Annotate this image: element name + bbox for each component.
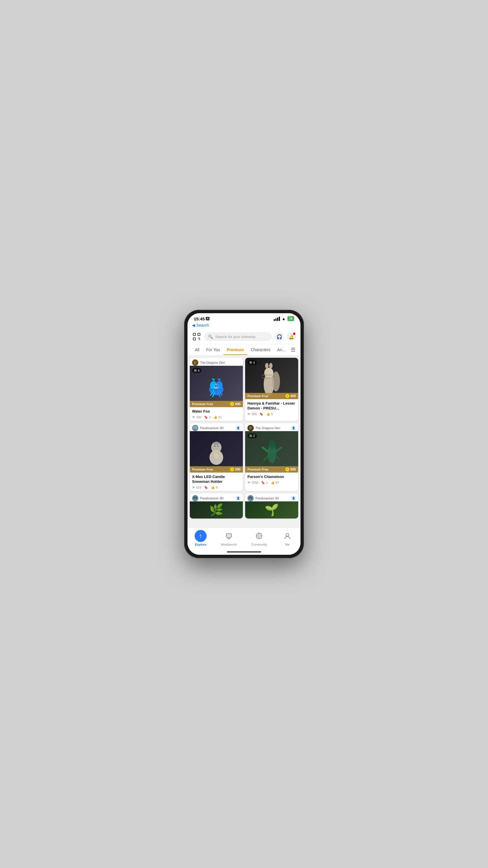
- card-stats-3: 👁 519 🔖 👍 8: [192, 486, 240, 489]
- svg-point-39: [270, 443, 271, 444]
- likes-stat-3: 👍 8: [211, 486, 218, 489]
- card-body-1: Water Fox 👁 730 🔖 2 👍: [190, 407, 243, 421]
- tab-for-you[interactable]: For You: [203, 345, 223, 355]
- card-stats-1: 👁 730 🔖 2 👍 21: [192, 415, 240, 419]
- card-image-bottom-right: 🌱: [245, 501, 298, 519]
- svg-point-20: [265, 363, 268, 369]
- creator-avatar-4: 🐉: [248, 425, 254, 431]
- svg-point-21: [269, 363, 272, 369]
- comment-icon-2: 🔖: [259, 412, 263, 416]
- wifi-icon: ▲: [282, 316, 286, 321]
- coin-icon-4: ●: [285, 467, 289, 471]
- tab-premium[interactable]: Premium: [223, 345, 248, 355]
- like-icon-4: 👍: [271, 481, 275, 485]
- items-grid: 🐉 The Dragons Den: [188, 355, 300, 521]
- views-stat-2: 👁 309: [248, 412, 257, 416]
- nav-me[interactable]: Me: [282, 530, 293, 546]
- back-nav[interactable]: ◀ Search: [188, 322, 300, 330]
- card-snowman[interactable]: P3 Pandoranium 3D 👤: [190, 423, 243, 491]
- svg-point-11: [215, 385, 216, 386]
- tab-all[interactable]: All: [192, 345, 203, 355]
- card-hannya[interactable]: HANNYA & FAMILIAR ⊞ 4 Premium Free ●: [245, 358, 298, 421]
- creator-badge-3: 👤: [235, 426, 240, 431]
- svg-point-46: [258, 535, 260, 537]
- workbench-icon: [223, 530, 235, 542]
- search-icon: 🔍: [208, 334, 213, 339]
- svg-marker-8: [212, 378, 215, 381]
- creator-name-6: Pandoranium 3D: [255, 497, 289, 500]
- card-bottom-right[interactable]: P3 Pandoranium 3D 👤 🌱: [245, 493, 298, 519]
- comments-stat-3: 🔖: [204, 486, 208, 489]
- tab-menu-icon[interactable]: ☰: [290, 344, 296, 355]
- content-area[interactable]: 🐉 The Dragons Den: [188, 355, 300, 527]
- copy-icon-4: ⊞: [250, 434, 252, 438]
- search-bar[interactable]: 🔍 Search for your interests.: [204, 332, 272, 341]
- creator-avatar-6: P3: [248, 495, 254, 501]
- svg-rect-40: [226, 534, 231, 537]
- svg-rect-1: [198, 333, 200, 336]
- coin-icon-2: ●: [285, 394, 289, 398]
- svg-text:FAMILIAR: FAMILIAR: [262, 377, 271, 379]
- eye-icon-2: 👁: [248, 412, 251, 416]
- explore-icon: ↑: [195, 530, 206, 542]
- nav-workbench[interactable]: Workbench: [221, 530, 236, 546]
- nav-explore[interactable]: ↑ Explore: [195, 530, 206, 546]
- comment-icon-3: 🔖: [204, 486, 208, 489]
- bell-button[interactable]: 🔔: [287, 332, 296, 341]
- tabs-bar: All For You Premium Characters An... ☰: [188, 344, 300, 355]
- card-image-bottom: 🌿: [190, 501, 243, 519]
- card-water-fox[interactable]: 🐉 The Dragons Den: [190, 358, 243, 421]
- card-image-6: 🌱: [245, 501, 298, 519]
- tab-characters[interactable]: Characters: [248, 345, 274, 355]
- card-bottom-left[interactable]: P3 Pandoranium 3D 👤 🌿: [190, 493, 243, 519]
- coin-icon-3: ●: [230, 467, 234, 471]
- views-stat-4: 👁 1550: [248, 481, 258, 484]
- card-image-4: ⊞ 2 Premium Free ● 500: [245, 431, 298, 472]
- price-badge-2: Premium Free ● 400: [245, 393, 298, 399]
- creator-avatar-5: P3: [192, 495, 198, 501]
- count-badge-4: ⊞ 2: [248, 433, 257, 438]
- card-image-1: ⊞ 4 Premium Free ● 400: [190, 366, 243, 407]
- comments-stat-2: 🔖: [259, 412, 263, 416]
- creator-avatar-1: 🐉: [192, 360, 198, 366]
- creator-name-3: Pandoranium 3D: [200, 426, 234, 430]
- phone-frame: 15:45 A ▲ 76 ◀ Search: [184, 310, 304, 558]
- status-time: 15:45 A: [194, 316, 209, 321]
- back-label: Search: [196, 323, 209, 328]
- scan-button[interactable]: [192, 332, 201, 341]
- tab-more-text[interactable]: An...: [274, 345, 289, 355]
- price-value-3: ● 300: [230, 467, 240, 471]
- card-image-5: 🌿: [190, 501, 243, 519]
- nav-community[interactable]: Community: [251, 530, 267, 546]
- creator-row-6: P3 Pandoranium 3D 👤: [245, 493, 298, 501]
- battery-icon: 76: [287, 316, 294, 321]
- card-title-3: X-Mas LED Candle Snowman Holder: [192, 474, 240, 484]
- signal-icon: [274, 317, 280, 321]
- price-value-2: ● 400: [285, 394, 296, 398]
- battery-level: 76: [289, 317, 293, 320]
- workbench-label: Workbench: [221, 543, 236, 546]
- like-icon-1: 👍: [214, 415, 218, 419]
- creator-badge-4: 👤: [291, 426, 296, 431]
- comments-stat-4: 🔖 1: [261, 481, 268, 485]
- card-chameleon[interactable]: 🐉 The Dragons Den 👤: [245, 423, 298, 491]
- creator-avatar-3: P3: [192, 425, 198, 431]
- svg-point-19: [264, 368, 273, 378]
- price-value-4: ● 500: [285, 467, 296, 471]
- svg-line-34: [276, 447, 282, 452]
- time-text: 15:45: [194, 316, 205, 321]
- home-indicator: [188, 550, 300, 555]
- creator-row-5: P3 Pandoranium 3D 👤: [190, 493, 243, 501]
- price-label-2: Premium Free: [248, 394, 268, 398]
- creator-row-1: 🐉 The Dragons Den: [190, 358, 243, 366]
- creator-badge-5: 👤: [235, 496, 240, 501]
- count-badge-1: ⊞ 4: [192, 368, 201, 373]
- card-stats-4: 👁 1550 🔖 1 👍 97: [248, 481, 296, 485]
- search-placeholder: Search for your interests.: [215, 335, 257, 339]
- eye-icon-1: 👁: [192, 415, 195, 419]
- price-label-4: Premium Free: [248, 468, 268, 471]
- creator-name-1: The Dragons Den: [200, 361, 240, 364]
- headset-button[interactable]: 🎧: [275, 332, 284, 341]
- svg-point-10: [214, 384, 219, 389]
- eye-icon-3: 👁: [192, 486, 195, 489]
